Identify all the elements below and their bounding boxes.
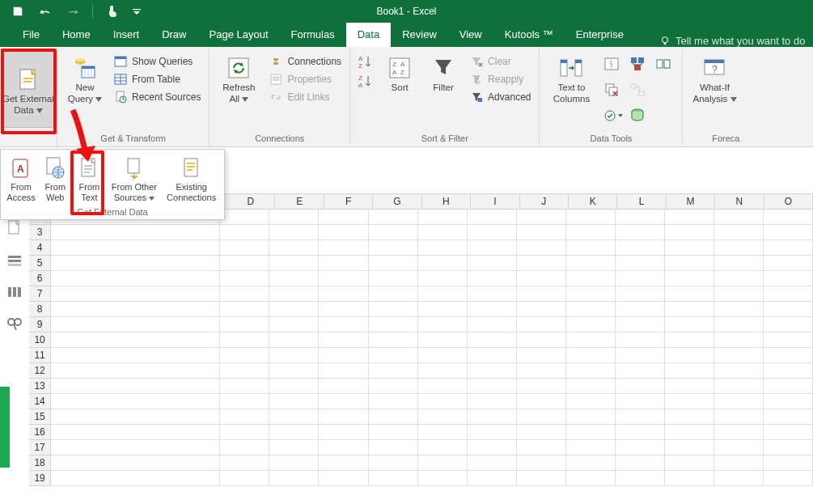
cell[interactable]	[566, 425, 616, 440]
cell[interactable]	[566, 256, 616, 271]
column-header[interactable]: H	[422, 194, 471, 209]
cell[interactable]	[665, 210, 714, 225]
tab-file[interactable]: File	[11, 23, 51, 47]
cell[interactable]	[665, 379, 714, 394]
sidepane-find-icon[interactable]	[6, 316, 23, 333]
cell[interactable]	[220, 440, 269, 455]
cell[interactable]	[319, 379, 368, 394]
row-header[interactable]: 14	[29, 394, 51, 409]
cell[interactable]	[714, 440, 764, 455]
cell[interactable]	[51, 455, 220, 471]
row-header[interactable]: 17	[29, 440, 51, 455]
tell-me-search[interactable]: Tell me what you want to do	[659, 35, 805, 47]
cell[interactable]	[220, 302, 269, 317]
cell[interactable]	[51, 363, 220, 379]
cell[interactable]	[369, 425, 418, 440]
cell[interactable]	[665, 409, 714, 425]
cell[interactable]	[665, 363, 714, 379]
from-table-button[interactable]: From Table	[112, 71, 202, 87]
cell[interactable]	[616, 210, 665, 225]
get-external-data-button[interactable]: Get External Data	[2, 50, 55, 128]
cell[interactable]	[51, 271, 220, 286]
cell[interactable]	[566, 440, 616, 455]
cell[interactable]	[418, 394, 468, 409]
cell[interactable]	[418, 286, 468, 302]
cell[interactable]	[319, 271, 368, 286]
cell[interactable]	[220, 240, 269, 256]
cell[interactable]	[566, 240, 616, 256]
cell[interactable]	[468, 440, 517, 455]
cell[interactable]	[616, 271, 665, 286]
side-green-tab[interactable]	[0, 387, 10, 468]
new-query-button[interactable]: New Query	[64, 50, 106, 105]
cell[interactable]	[566, 225, 616, 240]
cell[interactable]	[418, 440, 468, 455]
column-header[interactable]: N	[715, 194, 764, 209]
cell[interactable]	[319, 210, 368, 225]
flash-fill-icon[interactable]	[603, 55, 620, 73]
tab-data[interactable]: Data	[346, 23, 391, 47]
cell[interactable]	[517, 471, 566, 486]
cell[interactable]	[468, 317, 517, 332]
spreadsheet-grid[interactable]: DEFGHIJKLMNO 234567891011121314151617181…	[29, 193, 813, 504]
cell[interactable]	[665, 425, 714, 440]
cell[interactable]	[468, 256, 517, 271]
cell[interactable]	[566, 286, 616, 302]
from-other-sources-button[interactable]: From OtherSources	[106, 153, 162, 205]
from-access-button[interactable]: A FromAccess	[4, 153, 38, 205]
cell[interactable]	[517, 348, 566, 363]
cell[interactable]	[220, 286, 269, 302]
cell[interactable]	[51, 348, 220, 363]
tab-formulas[interactable]: Formulas	[280, 23, 346, 47]
cell[interactable]	[418, 240, 468, 256]
cell[interactable]	[566, 317, 616, 332]
cell[interactable]	[665, 256, 714, 271]
cell[interactable]	[220, 379, 269, 394]
cell[interactable]	[220, 332, 269, 348]
cell[interactable]	[468, 471, 517, 486]
cell[interactable]	[369, 332, 418, 348]
cell[interactable]	[714, 363, 764, 379]
clear-filter-button[interactable]: Clear	[468, 53, 532, 70]
cell[interactable]	[319, 440, 368, 455]
cell[interactable]	[714, 409, 764, 425]
cell[interactable]	[369, 240, 418, 256]
cell[interactable]	[269, 348, 319, 363]
cell[interactable]	[269, 286, 319, 302]
cell[interactable]	[616, 409, 665, 425]
cell[interactable]	[566, 302, 616, 317]
cell[interactable]	[517, 210, 566, 225]
redo-icon[interactable]	[65, 3, 81, 19]
row-header[interactable]: 18	[29, 455, 51, 471]
row-header[interactable]: 16	[29, 425, 51, 440]
cell[interactable]	[319, 317, 368, 332]
cell[interactable]	[220, 317, 269, 332]
cell[interactable]	[517, 425, 566, 440]
cell[interactable]	[566, 348, 616, 363]
advanced-filter-button[interactable]: Advanced	[468, 89, 532, 105]
cell[interactable]	[468, 409, 517, 425]
cell[interactable]	[517, 302, 566, 317]
cell[interactable]	[51, 425, 220, 440]
cell[interactable]	[764, 286, 813, 302]
cell[interactable]	[369, 256, 418, 271]
cell[interactable]	[269, 225, 319, 240]
cell[interactable]	[269, 363, 319, 379]
cell[interactable]	[418, 302, 468, 317]
row-header[interactable]: 7	[29, 286, 51, 302]
cell[interactable]	[468, 240, 517, 256]
cell[interactable]	[51, 332, 220, 348]
cell[interactable]	[51, 302, 220, 317]
row-header[interactable]: 11	[29, 348, 51, 363]
text-to-columns-button[interactable]: Text to Columns	[546, 50, 596, 105]
cell[interactable]	[665, 302, 714, 317]
cell[interactable]	[51, 394, 220, 409]
cell[interactable]	[714, 210, 764, 225]
cell[interactable]	[269, 471, 319, 486]
cell[interactable]	[319, 394, 368, 409]
cell[interactable]	[665, 471, 714, 486]
cell[interactable]	[764, 271, 813, 286]
cell[interactable]	[616, 302, 665, 317]
cell[interactable]	[468, 332, 517, 348]
cell[interactable]	[468, 302, 517, 317]
